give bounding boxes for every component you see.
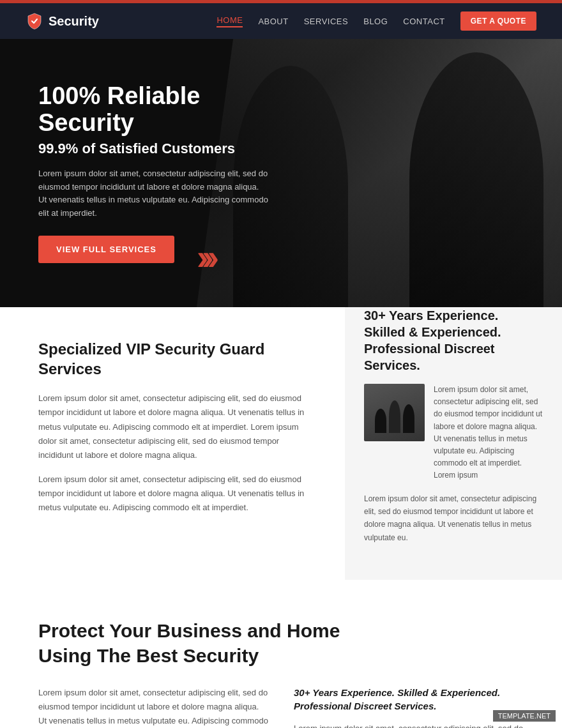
- hero-body-text: Lorem ipsum dolor sit amet, consectetur …: [38, 167, 268, 220]
- protect-right-title: 30+ Years Experience. Skilled & Experien…: [294, 686, 524, 713]
- protect-left-col: Lorem ipsum dolor sit amet, consectetur …: [38, 686, 268, 728]
- services-right-para: Lorem ipsum dolor sit amet, consectetur …: [364, 492, 543, 545]
- mini-card-image: [364, 384, 425, 441]
- services-info-section: Specialized VIP Security Guard Services …: [0, 307, 562, 580]
- navbar: Security HOME ABOUT SERVICES BLOG CONTAC…: [0, 3, 562, 39]
- hero-title: 100% Reliable Security: [38, 83, 281, 137]
- protect-columns: Lorem ipsum dolor sit amet, consectetur …: [38, 686, 524, 728]
- protect-title: Protect Your Business and Home Using The…: [38, 618, 358, 668]
- mini-card-image-inner: [364, 384, 425, 441]
- hero-section: › › › 100% Reliable Security 99.9% of Sa…: [0, 39, 562, 307]
- logo-text: Security: [49, 14, 99, 29]
- protect-right-col: 30+ Years Experience. Skilled & Experien…: [294, 686, 524, 728]
- logo: Security: [26, 12, 99, 30]
- services-left-title: Specialized VIP Security Guard Services: [38, 339, 313, 379]
- services-left-column: Specialized VIP Security Guard Services …: [0, 307, 345, 580]
- watermark: TEMPLATE.NET: [493, 710, 556, 722]
- protect-left-para1: Lorem ipsum dolor sit amet, consectetur …: [38, 686, 268, 728]
- nav-home[interactable]: HOME: [216, 15, 243, 27]
- services-right-column: 30+ Years Experience. Skilled & Experien…: [345, 282, 562, 580]
- view-full-services-button[interactable]: VIEW FULL SERVICES: [38, 236, 174, 263]
- protect-right-para: Lorem ipsum dolor sit amet, consectetur …: [294, 722, 524, 728]
- nav-blog[interactable]: BLOG: [363, 17, 388, 26]
- shield-icon: [26, 12, 43, 30]
- hero-content: 100% Reliable Security 99.9% of Satisfie…: [0, 39, 319, 307]
- mini-card-text: Lorem ipsum dolor sit amet, consectetur …: [434, 384, 543, 482]
- hero-subtitle: 99.9% of Satisfied Customers: [38, 140, 281, 157]
- services-left-para2: Lorem ipsum dolor sit amet, consectetur …: [38, 473, 313, 515]
- hero-chevrons: › › ›: [197, 240, 219, 275]
- services-left-para1: Lorem ipsum dolor sit amet, consectetur …: [38, 391, 313, 462]
- protect-section: Protect Your Business and Home Using The…: [0, 580, 562, 728]
- nav-about[interactable]: ABOUT: [258, 17, 288, 26]
- nav-contact[interactable]: CONTACT: [403, 17, 444, 26]
- mini-service-card: Lorem ipsum dolor sit amet, consectetur …: [364, 384, 543, 482]
- get-quote-button[interactable]: GET A QUOTE: [460, 11, 536, 31]
- nav-services[interactable]: SERVICES: [304, 17, 349, 26]
- chevron-icon-3: ›: [208, 240, 219, 275]
- nav-links: HOME ABOUT SERVICES BLOG CONTACT GET A Q…: [216, 11, 536, 31]
- experience-title: 30+ Years Experience. Skilled & Experien…: [364, 307, 543, 374]
